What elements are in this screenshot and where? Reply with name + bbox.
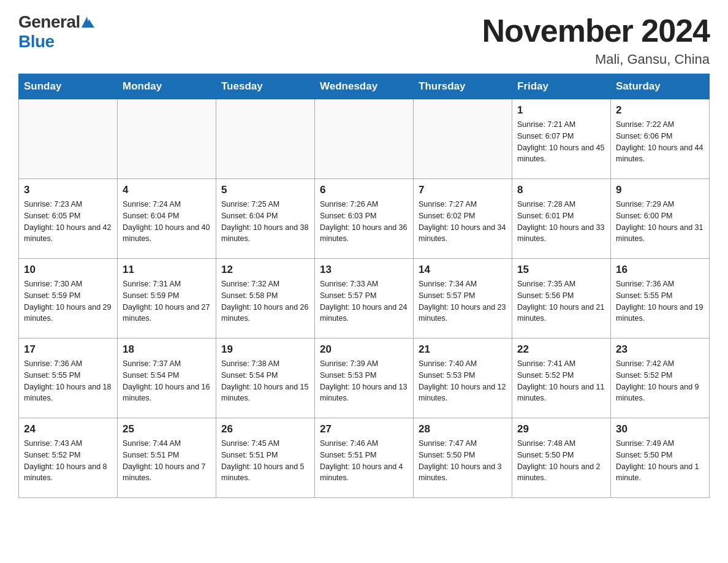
day-number: 29 [517, 423, 605, 435]
day-info: Sunrise: 7:27 AMSunset: 6:02 PMDaylight:… [419, 199, 507, 245]
calendar-cell: 8Sunrise: 7:28 AMSunset: 6:01 PMDaylight… [512, 179, 611, 259]
day-info: Sunrise: 7:30 AMSunset: 5:59 PMDaylight:… [24, 278, 112, 324]
weekday-header-wednesday: Wednesday [315, 74, 414, 99]
calendar-cell: 2Sunrise: 7:22 AMSunset: 6:06 PMDaylight… [611, 99, 710, 179]
calendar-week-row: 1Sunrise: 7:21 AMSunset: 6:07 PMDaylight… [19, 99, 710, 179]
logo: General Blue [18, 12, 94, 52]
calendar-cell: 18Sunrise: 7:37 AMSunset: 5:54 PMDayligh… [118, 339, 216, 418]
calendar-cell: 25Sunrise: 7:44 AMSunset: 5:51 PMDayligh… [118, 418, 216, 498]
calendar-cell: 22Sunrise: 7:41 AMSunset: 5:52 PMDayligh… [512, 339, 611, 418]
logo-icon [82, 17, 94, 28]
day-number: 17 [24, 343, 112, 356]
page-header: General Blue November 2024 Mali, Gansu, … [18, 12, 710, 67]
calendar-cell: 1Sunrise: 7:21 AMSunset: 6:07 PMDaylight… [512, 99, 611, 179]
day-info: Sunrise: 7:40 AMSunset: 5:53 PMDaylight:… [419, 358, 507, 404]
day-info: Sunrise: 7:49 AMSunset: 5:50 PMDaylight:… [616, 438, 704, 484]
calendar-cell: 9Sunrise: 7:29 AMSunset: 6:00 PMDaylight… [611, 179, 710, 259]
calendar-cell: 3Sunrise: 7:23 AMSunset: 6:05 PMDaylight… [19, 179, 118, 259]
day-number: 24 [24, 423, 112, 435]
day-number: 5 [221, 184, 309, 196]
day-number: 10 [24, 264, 112, 276]
day-info: Sunrise: 7:36 AMSunset: 5:55 PMDaylight:… [24, 358, 112, 404]
calendar-cell: 26Sunrise: 7:45 AMSunset: 5:51 PMDayligh… [216, 418, 315, 498]
day-number: 7 [419, 184, 507, 196]
calendar-subtitle: Mali, Gansu, China [482, 52, 710, 67]
calendar-cell [118, 99, 216, 179]
day-number: 18 [123, 343, 211, 356]
day-info: Sunrise: 7:44 AMSunset: 5:51 PMDaylight:… [123, 438, 211, 484]
day-number: 21 [419, 343, 507, 356]
day-number: 30 [616, 423, 704, 435]
day-info: Sunrise: 7:25 AMSunset: 6:04 PMDaylight:… [221, 199, 309, 245]
day-info: Sunrise: 7:46 AMSunset: 5:51 PMDaylight:… [320, 438, 408, 484]
day-info: Sunrise: 7:45 AMSunset: 5:51 PMDaylight:… [221, 438, 309, 484]
day-info: Sunrise: 7:39 AMSunset: 5:53 PMDaylight:… [320, 358, 408, 404]
calendar-cell: 30Sunrise: 7:49 AMSunset: 5:50 PMDayligh… [611, 418, 710, 498]
day-info: Sunrise: 7:23 AMSunset: 6:05 PMDaylight:… [24, 199, 112, 245]
day-info: Sunrise: 7:41 AMSunset: 5:52 PMDaylight:… [517, 358, 605, 404]
calendar-week-row: 10Sunrise: 7:30 AMSunset: 5:59 PMDayligh… [19, 259, 710, 339]
day-number: 26 [221, 423, 309, 435]
day-number: 20 [320, 343, 408, 356]
day-number: 27 [320, 423, 408, 435]
day-info: Sunrise: 7:43 AMSunset: 5:52 PMDaylight:… [24, 438, 112, 484]
calendar-cell: 27Sunrise: 7:46 AMSunset: 5:51 PMDayligh… [315, 418, 414, 498]
calendar-week-row: 24Sunrise: 7:43 AMSunset: 5:52 PMDayligh… [19, 418, 710, 498]
weekday-header-friday: Friday [512, 74, 611, 99]
day-number: 6 [320, 184, 408, 196]
day-number: 3 [24, 184, 112, 196]
calendar-header: SundayMondayTuesdayWednesdayThursdayFrid… [19, 74, 710, 99]
day-info: Sunrise: 7:36 AMSunset: 5:55 PMDaylight:… [616, 278, 704, 324]
calendar-cell: 24Sunrise: 7:43 AMSunset: 5:52 PMDayligh… [19, 418, 118, 498]
calendar-cell: 6Sunrise: 7:26 AMSunset: 6:03 PMDaylight… [315, 179, 414, 259]
day-number: 14 [419, 264, 507, 276]
calendar-cell [216, 99, 315, 179]
weekday-header-tuesday: Tuesday [216, 74, 315, 99]
calendar-cell: 14Sunrise: 7:34 AMSunset: 5:57 PMDayligh… [414, 259, 512, 339]
weekday-header-monday: Monday [118, 74, 216, 99]
calendar-cell: 12Sunrise: 7:32 AMSunset: 5:58 PMDayligh… [216, 259, 315, 339]
calendar-cell [315, 99, 414, 179]
day-info: Sunrise: 7:31 AMSunset: 5:59 PMDaylight:… [123, 278, 211, 324]
calendar-cell: 11Sunrise: 7:31 AMSunset: 5:59 PMDayligh… [118, 259, 216, 339]
calendar-week-row: 17Sunrise: 7:36 AMSunset: 5:55 PMDayligh… [19, 339, 710, 418]
calendar-table: SundayMondayTuesdayWednesdayThursdayFrid… [18, 74, 710, 498]
calendar-cell [414, 99, 512, 179]
calendar-cell: 21Sunrise: 7:40 AMSunset: 5:53 PMDayligh… [414, 339, 512, 418]
weekday-header-thursday: Thursday [414, 74, 512, 99]
day-number: 15 [517, 264, 605, 276]
day-info: Sunrise: 7:38 AMSunset: 5:54 PMDaylight:… [221, 358, 309, 404]
day-number: 28 [419, 423, 507, 435]
day-number: 8 [517, 184, 605, 196]
calendar-cell: 19Sunrise: 7:38 AMSunset: 5:54 PMDayligh… [216, 339, 315, 418]
day-number: 13 [320, 264, 408, 276]
calendar-cell: 7Sunrise: 7:27 AMSunset: 6:02 PMDaylight… [414, 179, 512, 259]
day-info: Sunrise: 7:28 AMSunset: 6:01 PMDaylight:… [517, 199, 605, 245]
calendar-cell: 17Sunrise: 7:36 AMSunset: 5:55 PMDayligh… [19, 339, 118, 418]
calendar-cell: 28Sunrise: 7:47 AMSunset: 5:50 PMDayligh… [414, 418, 512, 498]
day-info: Sunrise: 7:48 AMSunset: 5:50 PMDaylight:… [517, 438, 605, 484]
day-number: 16 [616, 264, 704, 276]
day-info: Sunrise: 7:34 AMSunset: 5:57 PMDaylight:… [419, 278, 507, 324]
calendar-cell: 16Sunrise: 7:36 AMSunset: 5:55 PMDayligh… [611, 259, 710, 339]
day-info: Sunrise: 7:47 AMSunset: 5:50 PMDaylight:… [419, 438, 507, 484]
day-number: 19 [221, 343, 309, 356]
day-number: 25 [123, 423, 211, 435]
day-info: Sunrise: 7:24 AMSunset: 6:04 PMDaylight:… [123, 199, 211, 245]
day-info: Sunrise: 7:35 AMSunset: 5:56 PMDaylight:… [517, 278, 605, 324]
calendar-cell: 23Sunrise: 7:42 AMSunset: 5:52 PMDayligh… [611, 339, 710, 418]
weekday-header-saturday: Saturday [611, 74, 710, 99]
title-section: November 2024 Mali, Gansu, China [482, 12, 710, 67]
weekday-header-sunday: Sunday [19, 74, 118, 99]
calendar-cell: 5Sunrise: 7:25 AMSunset: 6:04 PMDaylight… [216, 179, 315, 259]
day-number: 11 [123, 264, 211, 276]
calendar-title: November 2024 [482, 12, 710, 49]
day-number: 22 [517, 343, 605, 356]
day-info: Sunrise: 7:33 AMSunset: 5:57 PMDaylight:… [320, 278, 408, 324]
day-info: Sunrise: 7:22 AMSunset: 6:06 PMDaylight:… [616, 119, 704, 165]
day-info: Sunrise: 7:21 AMSunset: 6:07 PMDaylight:… [517, 119, 605, 165]
calendar-cell: 10Sunrise: 7:30 AMSunset: 5:59 PMDayligh… [19, 259, 118, 339]
calendar-cell: 29Sunrise: 7:48 AMSunset: 5:50 PMDayligh… [512, 418, 611, 498]
day-info: Sunrise: 7:29 AMSunset: 6:00 PMDaylight:… [616, 199, 704, 245]
day-info: Sunrise: 7:37 AMSunset: 5:54 PMDaylight:… [123, 358, 211, 404]
